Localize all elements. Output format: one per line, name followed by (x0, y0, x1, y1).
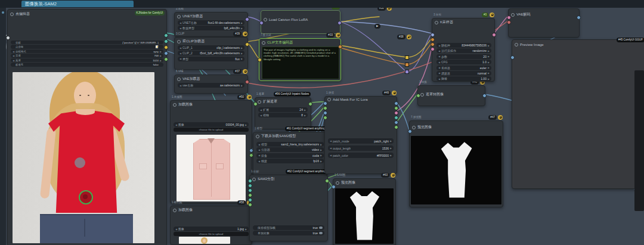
input-socket[interactable] (507, 20, 511, 24)
widget-row[interactable]: ◀精度fp16▶ (256, 159, 324, 163)
node-load-image-model[interactable]: 1.模特图 #58 加载图像 ◀图像1.jpg▶choose file to u… (170, 206, 252, 245)
widget-row[interactable]: ◀CLIP_1clip_l.safetensors▶ (178, 45, 244, 50)
lock-icon[interactable] (391, 173, 395, 178)
input-socket[interactable] (323, 116, 327, 120)
node-preview-mask-image[interactable]: 7.拼接图 #47 预览图像 (409, 120, 503, 207)
lock-icon[interactable] (336, 33, 340, 38)
widget-row[interactable]: 坐标{"positive":[{"x":309.0308089...} (11, 41, 163, 44)
node-collapse-dot[interactable] (264, 18, 267, 21)
node-expand-mask[interactable]: 1.遮罩 #56 ComfyUI Inpaint Nodes 扩展遮罩 ◀扩展2… (255, 97, 311, 129)
widget-row[interactable]: ◀宽度768▶ (11, 54, 163, 57)
output-socket[interactable] (577, 15, 581, 20)
lock-icon[interactable] (247, 95, 252, 100)
reroute-dot[interactable] (405, 63, 409, 67)
output-socket[interactable] (394, 106, 398, 110)
output-socket[interactable] (164, 39, 168, 44)
lock-icon[interactable] (243, 69, 247, 74)
upload-button[interactable]: choose file to upload (174, 128, 249, 132)
node-collapse-dot[interactable] (256, 135, 259, 138)
output-socket[interactable] (338, 21, 342, 25)
input-socket[interactable] (248, 188, 252, 193)
input-socket[interactable] (323, 106, 327, 110)
output-socket[interactable] (164, 51, 168, 55)
node-collapse-dot[interactable] (173, 209, 177, 212)
widget-row[interactable]: ◀类型flux▶ (178, 57, 244, 61)
widget-row[interactable]: ◀运行后操作randomize▶ (436, 48, 491, 53)
node-clip-text-encode[interactable]: 7.提示词 #33 CLIP文本编码器 The pair of images h… (259, 38, 341, 81)
upload-button[interactable]: choose file to upload (174, 232, 249, 236)
node-collapse-dot[interactable] (173, 103, 177, 107)
input-socket[interactable] (248, 193, 252, 197)
widget-row[interactable]: ◀设备cuda▶ (256, 153, 324, 158)
node-points-editor[interactable]: 1.021图 KJNodes for ComfyUI 点编辑器 坐标{"posi… (7, 9, 167, 245)
node-collapse-dot[interactable] (336, 181, 339, 185)
output-socket[interactable] (482, 94, 487, 98)
widget-row[interactable]: ◀扩展24▶ (258, 107, 308, 112)
node-collapse-dot[interactable] (262, 41, 265, 45)
output-socket[interactable] (394, 125, 398, 129)
widget-row[interactable]: ◀图像1.jpg▶ (174, 227, 249, 231)
input-socket[interactable] (248, 203, 252, 207)
widget-row[interactable]: ◀patch_color#FF0000▶ (328, 153, 394, 158)
widget-row[interactable]: ◀output_length1536▶ (328, 145, 394, 151)
lock-icon[interactable] (243, 32, 247, 36)
widget-row[interactable]: ◀随机种834449867595036▶ (436, 43, 491, 48)
workflow-tab[interactable]: 图像换装-SAM2 (21, 1, 134, 7)
input-socket[interactable] (323, 101, 327, 106)
widget-row[interactable]: ◀patch_modepatch_right▶ (328, 138, 394, 144)
lock-icon[interactable] (407, 35, 411, 39)
widget-row[interactable]: ◀模糊8▶ (258, 113, 308, 117)
input-socket[interactable] (323, 111, 327, 115)
input-socket[interactable] (248, 179, 252, 183)
reroute-dot[interactable] (405, 55, 409, 60)
output-socket[interactable] (338, 45, 342, 49)
output-socket[interactable] (325, 179, 329, 183)
node-collapse-dot[interactable] (252, 178, 256, 181)
output-socket[interactable] (164, 45, 168, 49)
widget-row[interactable]: ◀vae名称ae.safetensors▶ (178, 83, 244, 88)
prompt-textarea[interactable]: The pair of images highlights a clothing… (262, 46, 339, 79)
widget-row[interactable]: 点存储📝 (11, 45, 163, 48)
output-socket[interactable] (308, 102, 312, 106)
node-big-preview[interactable]: #45 ComfyUI GGUF Preview Image (512, 39, 644, 189)
left-sidebar[interactable] (0, 8, 6, 245)
widget-row[interactable]: 标准化false (11, 63, 163, 66)
node-dual-clip-loader[interactable]: 3.CLIP #39 双CLIP加载器 ◀CLIP_1clip_l.safete… (174, 37, 248, 70)
output-socket[interactable] (394, 101, 398, 106)
input-socket[interactable] (507, 15, 511, 20)
widget-row[interactable]: ◀调度器normal▶ (436, 71, 491, 76)
widget-row[interactable]: ◀步数20▶ (436, 54, 491, 59)
output-socket[interactable] (394, 111, 398, 115)
node-ksampler[interactable]: 3.采样 #3 K采样器 ◀随机种834449867595036▶◀运行后操作r… (432, 18, 495, 82)
node-sam2-segmentation[interactable]: 1.分割 #62 ComfyUI segment anything SAM2分割… (249, 175, 328, 241)
input-socket[interactable] (6, 36, 10, 40)
node-vae-decode[interactable]: 8.解码 #8 VAE解码 (508, 8, 580, 38)
node-collapse-dot[interactable] (177, 40, 181, 44)
input-socket[interactable] (510, 55, 515, 60)
node-lora-loader[interactable]: 5.LoRA #62 Load Catvton Flux LoRA (261, 10, 340, 34)
collapsed-node-arrow[interactable]: ▶ (374, 24, 380, 29)
input-socket[interactable] (248, 198, 252, 202)
collapsed-node-38[interactable]: #38 (397, 35, 411, 39)
input-socket[interactable] (248, 184, 252, 188)
input-socket[interactable] (332, 185, 336, 189)
widget-row[interactable]: 单独对象true (253, 231, 324, 235)
points-editor-image[interactable] (13, 72, 154, 243)
lock-icon[interactable] (490, 13, 494, 17)
widget-row[interactable]: ◀边框格式xyxy▶ (11, 49, 163, 53)
output-socket[interactable] (164, 33, 168, 38)
input-socket[interactable] (431, 38, 435, 42)
node-load-image-cloth[interactable]: 1.衣服图 #50 加载图像 ◀图像00004_00.jpg▶choose fi… (170, 100, 252, 204)
widget-row[interactable]: ◀降噪1.00▶ (436, 76, 491, 81)
widget-row[interactable]: ◀分割器video▶ (256, 147, 324, 152)
input-socket[interactable] (408, 129, 412, 134)
node-collapse-dot[interactable] (10, 13, 14, 16)
output-socket[interactable] (394, 120, 398, 125)
lock-icon[interactable] (392, 91, 397, 95)
widget-row[interactable]: ◀数据类型fp8_e4m3fn▶ (178, 26, 244, 30)
widget-row[interactable]: ◀模型sam2_hiera_tiny.safetensors▶ (256, 142, 324, 147)
node-collapse-dot[interactable] (258, 100, 261, 104)
output-socket[interactable] (492, 33, 496, 37)
widget-row[interactable]: 保持模型加载true (253, 225, 324, 230)
widget-row[interactable]: ◀CLIP_2t5xxl_fp8_e4m3fn.safetensors▶ (178, 51, 244, 55)
